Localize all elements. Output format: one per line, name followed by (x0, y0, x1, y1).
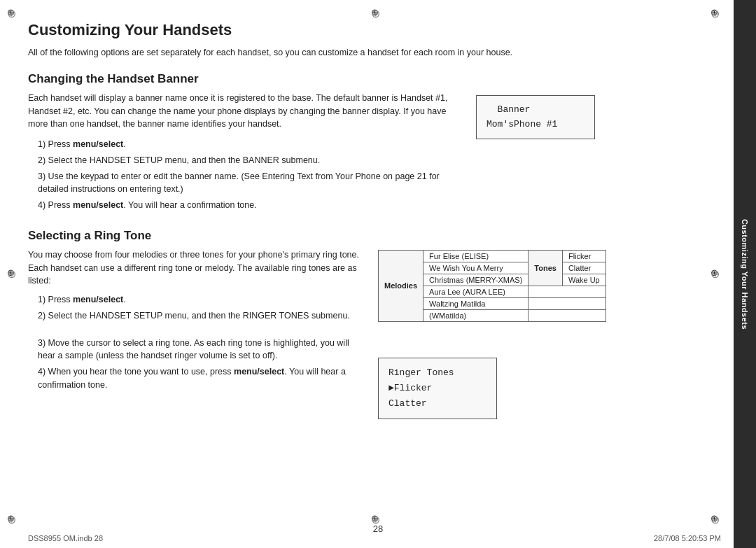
ring-step-2: Select the HANDSET SETUP menu, and then … (35, 309, 364, 323)
melody-2: We Wish You A Merry (424, 262, 528, 274)
banner-section: Changing the Handset Banner Each handset… (28, 72, 721, 222)
reg-mark-bl: ⊕ (7, 513, 21, 527)
ringer-lcd: Ringer Tones ►Flicker Clatter (378, 358, 497, 419)
banner-step-1-bold: menu/select (73, 139, 123, 149)
tone-3: Wake Up (562, 274, 606, 286)
ring-section: Selecting a Ring Tone You may choose fro… (28, 229, 721, 419)
ring-step-1: Press menu/select. (35, 293, 364, 307)
banner-heading: Changing the Handset Banner (28, 72, 721, 86)
banner-layout: Each handset will display a banner name … (28, 92, 721, 222)
banner-lcd-line1: Banner (486, 103, 584, 118)
tone-2: Clatter (562, 262, 606, 274)
banner-body: Each handset will display a banner name … (28, 92, 462, 131)
melody-5: Waltzing Matilda (424, 297, 528, 309)
page-footer: DSS8955 OM.indb 28 28/7/08 5:20:53 PM (28, 534, 721, 542)
melody-4: Aura Lee (AURA LEE) (424, 286, 528, 297)
ring-steps-bottom: Move the cursor to select a ring tone. A… (35, 337, 364, 392)
page-intro: All of the following options are set sep… (28, 46, 602, 59)
footer-left: DSS8955 OM.indb 28 (28, 534, 103, 542)
banner-step-3: Use the keypad to enter or edit the bann… (35, 170, 462, 197)
banner-lcd: Banner Mom'sPhone #1 (476, 95, 595, 140)
ring-cols: You may choose from four melodies or thr… (28, 248, 721, 332)
banner-step-4-bold: menu/select (73, 200, 123, 210)
side-tab: Customizing Your Handsets (734, 0, 756, 548)
side-tab-label: Customizing Your Handsets (741, 218, 749, 329)
melody-6: (WMatilda) (424, 309, 528, 321)
reg-mark-tc: ⊕ (371, 7, 385, 21)
banner-step-1: Press menu/select. (35, 138, 462, 151)
reg-mark-ml: ⊕ (7, 267, 21, 281)
page-number: 28 (373, 524, 383, 534)
reg-mark-tl: ⊕ (7, 7, 21, 21)
tones-label: Tones (528, 250, 563, 286)
bottom-steps-col: Move the cursor to select a ring tone. A… (28, 337, 364, 419)
melody-3: Christmas (MERRY-XMAS) (424, 274, 528, 286)
melodies-label: Melodies (379, 250, 424, 321)
ring-steps: Press menu/select. Select the HANDSET SE… (35, 293, 364, 323)
banner-display-col: Banner Mom'sPhone #1 (476, 95, 616, 222)
melodies-table-container: Melodies Fur Elise (ELISE) Tones Flicker… (378, 248, 606, 322)
melody-1: Fur Elise (ELISE) (424, 250, 528, 262)
ring-step-4: When you hear the tone you want to use, … (35, 365, 364, 392)
reg-mark-tr: ⊕ (710, 7, 724, 21)
banner-steps: Press menu/select. Select the HANDSET SE… (35, 138, 462, 212)
ring-step-4-bold: menu/select (234, 367, 284, 377)
ring-step-1-bold: menu/select (73, 295, 123, 304)
ringer-lcd-line3: Clatter (388, 396, 486, 412)
ring-text-col: You may choose from four melodies or thr… (28, 248, 364, 332)
melodies-tones-table: Melodies Fur Elise (ELISE) Tones Flicker… (378, 250, 606, 322)
ringer-lcd-line1: Ringer Tones (388, 365, 486, 381)
ring-heading: Selecting a Ring Tone (28, 229, 721, 243)
banner-lcd-line2: Mom'sPhone #1 (486, 118, 584, 132)
ring-body: You may choose from four melodies or thr… (28, 248, 364, 288)
tone-1: Flicker (562, 250, 606, 262)
banner-step-4: Press menu/select. You will hear a confi… (35, 199, 462, 212)
footer-right: 28/7/08 5:20:53 PM (654, 534, 721, 542)
banner-step-2: Select the HANDSET SETUP menu, and then … (35, 154, 462, 167)
bottom-lcd-area: Move the cursor to select a ring tone. A… (28, 337, 721, 419)
ringer-lcd-line2: ►Flicker (388, 381, 486, 396)
page-title: Customizing Your Handsets (28, 21, 721, 39)
ring-step-3: Move the cursor to select a ring tone. A… (35, 337, 364, 363)
banner-text-col: Each handset will display a banner name … (28, 92, 462, 222)
main-content: Customizing Your Handsets All of the fol… (28, 21, 721, 520)
ringer-lcd-container: Ringer Tones ►Flicker Clatter (378, 337, 497, 419)
